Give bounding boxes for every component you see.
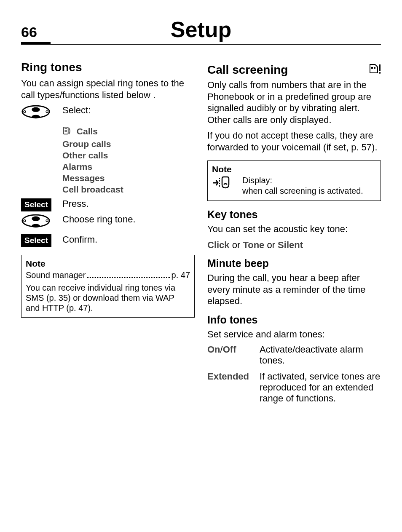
confirm-label: Confirm. bbox=[62, 234, 195, 245]
key-tones-p: You can set the acoustic key tone: bbox=[207, 223, 381, 235]
extended-value: If activated, service tones are reproduc… bbox=[260, 371, 381, 404]
option-alarms: Alarms bbox=[62, 162, 195, 172]
left-column: Ring tones You can assign special ring t… bbox=[21, 56, 195, 404]
ring-tones-heading: Ring tones bbox=[21, 61, 195, 74]
key-tones-options: Click or Tone or Silent bbox=[207, 239, 381, 251]
opt-or1: or bbox=[230, 240, 243, 250]
note-body: You can receive individual ring tones vi… bbox=[26, 283, 190, 313]
svg-point-2 bbox=[24, 111, 26, 113]
option-group-calls: Group calls bbox=[62, 139, 195, 149]
press-label: Press. bbox=[62, 198, 195, 209]
ring-tones-note-box: Note Sound manager p. 47 You can receive… bbox=[21, 255, 195, 318]
on-label: On bbox=[207, 344, 220, 355]
page-title: Setup bbox=[51, 17, 351, 42]
cs-note-body: Display: when call screening is activate… bbox=[242, 175, 376, 196]
option-calls-label: Calls bbox=[77, 126, 98, 136]
svg-rect-15 bbox=[374, 67, 375, 69]
content-columns: Ring tones You can assign special ring t… bbox=[21, 56, 381, 404]
minute-beep-heading: Minute beep bbox=[207, 257, 381, 270]
call-screening-heading: Call screening bbox=[207, 63, 288, 77]
softkey-select-label-1: Select bbox=[21, 198, 51, 211]
onoff-key: On/Off bbox=[207, 344, 254, 366]
svg-point-11 bbox=[24, 220, 26, 222]
rocker-icon-2 bbox=[21, 214, 55, 232]
cs-note-line2: when call screening is activated. bbox=[242, 186, 363, 195]
page-number: 66 bbox=[21, 24, 51, 45]
note-title: Note bbox=[26, 259, 190, 269]
cs-note-title: Note bbox=[212, 164, 376, 174]
softkey-select-1: Select bbox=[21, 198, 55, 211]
info-tones-table: On/Off Activate/deactivate alarm tones. … bbox=[207, 344, 381, 404]
softkey-select-label-2: Select bbox=[21, 234, 51, 247]
ring-tones-intro: You can assign special ring tones to the… bbox=[21, 78, 195, 101]
onoff-value: Activate/deactivate alarm tones. bbox=[260, 344, 381, 366]
option-other-calls: Other calls bbox=[62, 150, 195, 160]
svg-point-17 bbox=[379, 72, 381, 74]
dot-leader bbox=[87, 270, 169, 278]
opt-or2: or bbox=[264, 240, 278, 250]
rocker-icon bbox=[21, 105, 55, 123]
calls-icon bbox=[62, 126, 72, 138]
svg-point-12 bbox=[46, 220, 48, 222]
svg-point-13 bbox=[32, 224, 40, 227]
choose-ring-tone-label: Choose ring tone. bbox=[62, 214, 195, 225]
right-column: Call screening Only calls from numbers t… bbox=[207, 56, 381, 404]
svg-rect-16 bbox=[379, 64, 381, 71]
svg-point-10 bbox=[32, 217, 40, 221]
opt-silent: Silent bbox=[278, 240, 303, 250]
sound-manager-page: p. 47 bbox=[172, 270, 190, 280]
ring-tones-steps: Select: Calls Group calls Other calls Al… bbox=[21, 105, 195, 247]
select-label: Select: bbox=[62, 105, 195, 116]
sim-service-icon bbox=[367, 64, 381, 76]
svg-rect-5 bbox=[64, 127, 68, 134]
cs-note-line1: Display: bbox=[242, 176, 272, 185]
sound-manager-label: Sound manager bbox=[26, 270, 86, 280]
opt-tone: Tone bbox=[243, 240, 264, 250]
info-tones-p: Set service and alarm tones: bbox=[207, 329, 381, 340]
key-tones-heading: Key tones bbox=[207, 209, 381, 221]
svg-point-1 bbox=[32, 107, 40, 112]
svg-point-4 bbox=[32, 115, 40, 118]
call-screening-p2: If you do not accept these calls, they a… bbox=[207, 130, 381, 153]
extended-key: Extended bbox=[207, 371, 254, 404]
page-header: 66 Setup bbox=[21, 17, 381, 45]
option-messages: Messages bbox=[62, 173, 195, 183]
svg-rect-14 bbox=[371, 67, 373, 69]
sound-manager-ref: Sound manager p. 47 bbox=[26, 270, 190, 280]
call-screening-note-box: Note Display: when call screening is act… bbox=[207, 160, 381, 201]
option-calls: Calls bbox=[62, 126, 195, 138]
option-cell-broadcast: Cell broadcast bbox=[62, 184, 195, 195]
svg-point-3 bbox=[46, 111, 48, 113]
off-label: Off bbox=[223, 344, 236, 355]
info-tones-heading: Info tones bbox=[207, 314, 381, 326]
opt-click: Click bbox=[207, 240, 230, 250]
ring-tone-options: Calls Group calls Other calls Alarms Mes… bbox=[62, 125, 195, 196]
minute-beep-p: During the call, you hear a beep after e… bbox=[207, 272, 381, 307]
call-filter-icon bbox=[212, 175, 236, 192]
softkey-select-2: Select bbox=[21, 234, 55, 247]
call-screening-p1: Only calls from numbers that are in the … bbox=[207, 79, 381, 126]
